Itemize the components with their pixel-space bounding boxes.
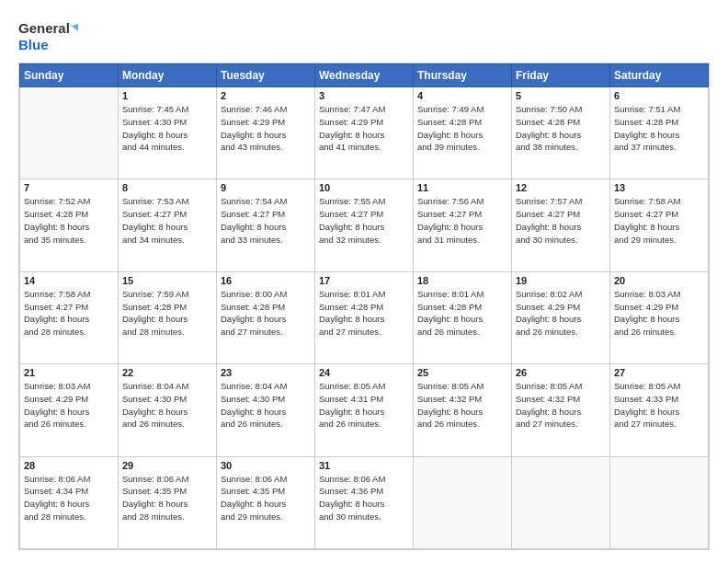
day-number: 24: [319, 367, 409, 378]
calendar-cell: 21Sunrise: 8:03 AMSunset: 4:29 PMDayligh…: [20, 364, 119, 456]
calendar-cell: 23Sunrise: 8:04 AMSunset: 4:30 PMDayligh…: [217, 364, 315, 456]
day-number: 26: [516, 367, 606, 378]
calendar-cell: 1Sunrise: 7:45 AMSunset: 4:30 PMDaylight…: [119, 87, 217, 179]
day-number: 3: [319, 90, 409, 101]
day-info: Sunrise: 7:51 AMSunset: 4:28 PMDaylight:…: [614, 103, 704, 154]
calendar-cell: 14Sunrise: 7:58 AMSunset: 4:27 PMDayligh…: [20, 271, 119, 363]
day-info: Sunrise: 7:50 AMSunset: 4:28 PMDaylight:…: [516, 103, 606, 154]
calendar-cell: 8Sunrise: 7:53 AMSunset: 4:27 PMDaylight…: [119, 179, 217, 271]
weekday-header-cell: Thursday: [414, 64, 512, 87]
day-number: 31: [319, 460, 409, 471]
day-info: Sunrise: 8:03 AMSunset: 4:29 PMDaylight:…: [614, 288, 704, 339]
weekday-header-cell: Tuesday: [217, 64, 315, 87]
calendar-cell: 13Sunrise: 7:58 AMSunset: 4:27 PMDayligh…: [610, 179, 709, 271]
weekday-header-cell: Saturday: [610, 64, 709, 87]
calendar-cell: [610, 456, 709, 548]
svg-marker-3: [72, 24, 78, 31]
calendar-cell: 15Sunrise: 7:59 AMSunset: 4:28 PMDayligh…: [119, 271, 217, 363]
day-info: Sunrise: 7:58 AMSunset: 4:27 PMDaylight:…: [24, 288, 114, 339]
day-number: 25: [417, 367, 507, 378]
day-number: 5: [516, 90, 606, 101]
calendar-table: SundayMondayTuesdayWednesdayThursdayFrid…: [19, 63, 709, 549]
calendar-cell: 20Sunrise: 8:03 AMSunset: 4:29 PMDayligh…: [610, 271, 709, 363]
calendar-week-row: 1Sunrise: 7:45 AMSunset: 4:30 PMDaylight…: [20, 87, 709, 179]
logo: GeneralBlue: [18, 17, 83, 55]
calendar-cell: 22Sunrise: 8:04 AMSunset: 4:30 PMDayligh…: [119, 364, 217, 456]
day-number: 9: [221, 182, 311, 193]
day-number: 22: [122, 367, 212, 378]
day-number: 27: [614, 367, 704, 378]
day-info: Sunrise: 8:05 AMSunset: 4:32 PMDaylight:…: [417, 380, 507, 431]
day-info: Sunrise: 8:01 AMSunset: 4:28 PMDaylight:…: [417, 288, 507, 339]
calendar-cell: 9Sunrise: 7:54 AMSunset: 4:27 PMDaylight…: [217, 179, 315, 271]
day-number: 23: [221, 367, 311, 378]
calendar-cell: 31Sunrise: 8:06 AMSunset: 4:36 PMDayligh…: [315, 456, 414, 548]
day-info: Sunrise: 7:49 AMSunset: 4:28 PMDaylight:…: [417, 103, 507, 154]
day-info: Sunrise: 8:00 AMSunset: 4:28 PMDaylight:…: [221, 288, 311, 339]
weekday-header-cell: Monday: [119, 64, 217, 87]
calendar-cell: 24Sunrise: 8:05 AMSunset: 4:31 PMDayligh…: [315, 364, 414, 456]
day-number: 4: [417, 90, 507, 101]
header: GeneralBlue: [18, 17, 710, 55]
calendar-cell: 28Sunrise: 8:06 AMSunset: 4:34 PMDayligh…: [20, 456, 119, 548]
calendar-cell: 6Sunrise: 7:51 AMSunset: 4:28 PMDaylight…: [610, 87, 709, 179]
calendar-week-row: 7Sunrise: 7:52 AMSunset: 4:28 PMDaylight…: [20, 179, 709, 271]
calendar-cell: [20, 87, 119, 179]
day-number: 14: [24, 275, 114, 286]
calendar-cell: 7Sunrise: 7:52 AMSunset: 4:28 PMDaylight…: [20, 179, 119, 271]
page: GeneralBlue SundayMondayTuesdayWednesday…: [0, 0, 728, 563]
day-number: 29: [122, 460, 212, 471]
day-number: 2: [221, 90, 311, 101]
calendar-cell: [512, 456, 610, 548]
day-info: Sunrise: 7:45 AMSunset: 4:30 PMDaylight:…: [122, 103, 212, 154]
day-info: Sunrise: 8:05 AMSunset: 4:31 PMDaylight:…: [319, 380, 409, 431]
day-number: 15: [122, 275, 212, 286]
day-info: Sunrise: 7:54 AMSunset: 4:27 PMDaylight:…: [221, 195, 311, 246]
svg-text:General: General: [18, 20, 70, 36]
calendar-cell: 11Sunrise: 7:56 AMSunset: 4:27 PMDayligh…: [414, 179, 512, 271]
day-info: Sunrise: 7:47 AMSunset: 4:29 PMDaylight:…: [319, 103, 409, 154]
svg-text:Blue: Blue: [18, 37, 49, 52]
day-info: Sunrise: 7:55 AMSunset: 4:27 PMDaylight:…: [319, 195, 409, 246]
calendar-cell: 12Sunrise: 7:57 AMSunset: 4:27 PMDayligh…: [512, 179, 610, 271]
calendar-cell: 29Sunrise: 8:06 AMSunset: 4:35 PMDayligh…: [119, 456, 217, 548]
day-info: Sunrise: 7:53 AMSunset: 4:27 PMDaylight:…: [122, 195, 212, 246]
calendar-header: SundayMondayTuesdayWednesdayThursdayFrid…: [20, 64, 709, 87]
day-info: Sunrise: 8:04 AMSunset: 4:30 PMDaylight:…: [122, 380, 212, 431]
day-number: 16: [221, 275, 311, 286]
calendar-cell: 10Sunrise: 7:55 AMSunset: 4:27 PMDayligh…: [315, 179, 414, 271]
calendar-cell: 17Sunrise: 8:01 AMSunset: 4:28 PMDayligh…: [315, 271, 414, 363]
day-number: 17: [319, 275, 409, 286]
weekday-header-cell: Friday: [512, 64, 610, 87]
logo-svg: GeneralBlue: [18, 17, 83, 55]
calendar-week-row: 21Sunrise: 8:03 AMSunset: 4:29 PMDayligh…: [20, 364, 709, 456]
calendar-cell: 25Sunrise: 8:05 AMSunset: 4:32 PMDayligh…: [414, 364, 512, 456]
day-number: 19: [516, 275, 606, 286]
calendar-cell: 18Sunrise: 8:01 AMSunset: 4:28 PMDayligh…: [414, 271, 512, 363]
day-info: Sunrise: 8:05 AMSunset: 4:32 PMDaylight:…: [516, 380, 606, 431]
day-info: Sunrise: 7:59 AMSunset: 4:28 PMDaylight:…: [122, 288, 212, 339]
day-info: Sunrise: 7:57 AMSunset: 4:27 PMDaylight:…: [516, 195, 606, 246]
day-info: Sunrise: 7:46 AMSunset: 4:29 PMDaylight:…: [221, 103, 311, 154]
day-number: 30: [221, 460, 311, 471]
calendar-cell: 16Sunrise: 8:00 AMSunset: 4:28 PMDayligh…: [217, 271, 315, 363]
calendar-cell: 30Sunrise: 8:06 AMSunset: 4:35 PMDayligh…: [217, 456, 315, 548]
day-number: 18: [417, 275, 507, 286]
weekday-header-cell: Sunday: [20, 64, 119, 87]
calendar-cell: [414, 456, 512, 548]
day-info: Sunrise: 7:52 AMSunset: 4:28 PMDaylight:…: [24, 195, 114, 246]
weekday-header-cell: Wednesday: [315, 64, 414, 87]
calendar-cell: 2Sunrise: 7:46 AMSunset: 4:29 PMDaylight…: [217, 87, 315, 179]
calendar-cell: 3Sunrise: 7:47 AMSunset: 4:29 PMDaylight…: [315, 87, 414, 179]
day-number: 10: [319, 182, 409, 193]
day-number: 6: [614, 90, 704, 101]
calendar-week-row: 14Sunrise: 7:58 AMSunset: 4:27 PMDayligh…: [20, 271, 709, 363]
day-number: 1: [122, 90, 212, 101]
day-number: 20: [614, 275, 704, 286]
calendar-cell: 26Sunrise: 8:05 AMSunset: 4:32 PMDayligh…: [512, 364, 610, 456]
day-number: 13: [614, 182, 704, 193]
day-info: Sunrise: 8:06 AMSunset: 4:35 PMDaylight:…: [221, 473, 311, 523]
day-info: Sunrise: 8:06 AMSunset: 4:36 PMDaylight:…: [319, 473, 409, 523]
day-info: Sunrise: 8:05 AMSunset: 4:33 PMDaylight:…: [614, 380, 704, 431]
day-info: Sunrise: 8:06 AMSunset: 4:35 PMDaylight:…: [122, 473, 212, 523]
